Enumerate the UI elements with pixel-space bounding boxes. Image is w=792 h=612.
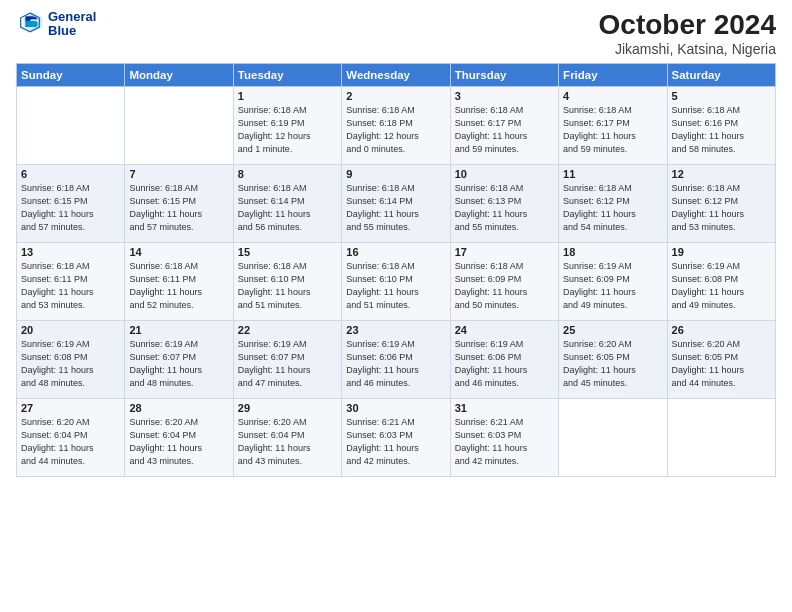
calendar-day-cell: 12Sunrise: 6:18 AM Sunset: 6:12 PM Dayli… xyxy=(667,164,775,242)
day-info: Sunrise: 6:19 AM Sunset: 6:06 PM Dayligh… xyxy=(455,338,554,390)
day-info: Sunrise: 6:21 AM Sunset: 6:03 PM Dayligh… xyxy=(346,416,445,468)
day-info: Sunrise: 6:20 AM Sunset: 6:04 PM Dayligh… xyxy=(238,416,337,468)
calendar-day-header: Tuesday xyxy=(233,63,341,86)
calendar-day-cell: 28Sunrise: 6:20 AM Sunset: 6:04 PM Dayli… xyxy=(125,398,233,476)
header: General Blue October 2024 Jikamshi, Kats… xyxy=(16,10,776,57)
calendar-day-cell: 13Sunrise: 6:18 AM Sunset: 6:11 PM Dayli… xyxy=(17,242,125,320)
calendar-day-cell: 30Sunrise: 6:21 AM Sunset: 6:03 PM Dayli… xyxy=(342,398,450,476)
day-number: 25 xyxy=(563,324,662,336)
day-number: 2 xyxy=(346,90,445,102)
calendar-day-header: Sunday xyxy=(17,63,125,86)
calendar-day-cell xyxy=(559,398,667,476)
day-number: 5 xyxy=(672,90,771,102)
day-number: 18 xyxy=(563,246,662,258)
day-info: Sunrise: 6:18 AM Sunset: 6:17 PM Dayligh… xyxy=(455,104,554,156)
day-info: Sunrise: 6:19 AM Sunset: 6:09 PM Dayligh… xyxy=(563,260,662,312)
day-number: 20 xyxy=(21,324,120,336)
page-title: October 2024 xyxy=(599,10,776,41)
day-number: 9 xyxy=(346,168,445,180)
day-number: 3 xyxy=(455,90,554,102)
calendar-day-cell xyxy=(667,398,775,476)
calendar-week-row: 13Sunrise: 6:18 AM Sunset: 6:11 PM Dayli… xyxy=(17,242,776,320)
day-info: Sunrise: 6:21 AM Sunset: 6:03 PM Dayligh… xyxy=(455,416,554,468)
calendar-day-cell: 2Sunrise: 6:18 AM Sunset: 6:18 PM Daylig… xyxy=(342,86,450,164)
title-block: October 2024 Jikamshi, Katsina, Nigeria xyxy=(599,10,776,57)
calendar-day-cell: 18Sunrise: 6:19 AM Sunset: 6:09 PM Dayli… xyxy=(559,242,667,320)
day-number: 24 xyxy=(455,324,554,336)
logo-icon xyxy=(16,10,44,38)
calendar-table: SundayMondayTuesdayWednesdayThursdayFrid… xyxy=(16,63,776,477)
day-info: Sunrise: 6:19 AM Sunset: 6:06 PM Dayligh… xyxy=(346,338,445,390)
calendar-day-cell: 27Sunrise: 6:20 AM Sunset: 6:04 PM Dayli… xyxy=(17,398,125,476)
calendar-day-cell: 26Sunrise: 6:20 AM Sunset: 6:05 PM Dayli… xyxy=(667,320,775,398)
day-number: 19 xyxy=(672,246,771,258)
day-number: 27 xyxy=(21,402,120,414)
day-info: Sunrise: 6:20 AM Sunset: 6:05 PM Dayligh… xyxy=(563,338,662,390)
calendar-day-cell: 11Sunrise: 6:18 AM Sunset: 6:12 PM Dayli… xyxy=(559,164,667,242)
day-info: Sunrise: 6:18 AM Sunset: 6:15 PM Dayligh… xyxy=(21,182,120,234)
calendar-day-cell: 21Sunrise: 6:19 AM Sunset: 6:07 PM Dayli… xyxy=(125,320,233,398)
day-info: Sunrise: 6:18 AM Sunset: 6:15 PM Dayligh… xyxy=(129,182,228,234)
day-number: 4 xyxy=(563,90,662,102)
calendar-day-cell: 15Sunrise: 6:18 AM Sunset: 6:10 PM Dayli… xyxy=(233,242,341,320)
calendar-week-row: 6Sunrise: 6:18 AM Sunset: 6:15 PM Daylig… xyxy=(17,164,776,242)
logo-text: General Blue xyxy=(48,10,96,39)
day-number: 6 xyxy=(21,168,120,180)
calendar-day-cell: 20Sunrise: 6:19 AM Sunset: 6:08 PM Dayli… xyxy=(17,320,125,398)
day-info: Sunrise: 6:18 AM Sunset: 6:10 PM Dayligh… xyxy=(238,260,337,312)
calendar-day-cell xyxy=(125,86,233,164)
day-number: 10 xyxy=(455,168,554,180)
day-number: 22 xyxy=(238,324,337,336)
day-number: 7 xyxy=(129,168,228,180)
calendar-day-cell: 23Sunrise: 6:19 AM Sunset: 6:06 PM Dayli… xyxy=(342,320,450,398)
day-info: Sunrise: 6:18 AM Sunset: 6:11 PM Dayligh… xyxy=(21,260,120,312)
day-number: 8 xyxy=(238,168,337,180)
day-number: 30 xyxy=(346,402,445,414)
calendar-day-cell: 24Sunrise: 6:19 AM Sunset: 6:06 PM Dayli… xyxy=(450,320,558,398)
calendar-header-row: SundayMondayTuesdayWednesdayThursdayFrid… xyxy=(17,63,776,86)
page-subtitle: Jikamshi, Katsina, Nigeria xyxy=(599,41,776,57)
day-info: Sunrise: 6:19 AM Sunset: 6:07 PM Dayligh… xyxy=(129,338,228,390)
calendar-day-cell: 31Sunrise: 6:21 AM Sunset: 6:03 PM Dayli… xyxy=(450,398,558,476)
day-info: Sunrise: 6:18 AM Sunset: 6:12 PM Dayligh… xyxy=(563,182,662,234)
day-info: Sunrise: 6:18 AM Sunset: 6:10 PM Dayligh… xyxy=(346,260,445,312)
calendar-day-cell: 5Sunrise: 6:18 AM Sunset: 6:16 PM Daylig… xyxy=(667,86,775,164)
page: General Blue October 2024 Jikamshi, Kats… xyxy=(0,0,792,612)
day-info: Sunrise: 6:19 AM Sunset: 6:07 PM Dayligh… xyxy=(238,338,337,390)
calendar-week-row: 1Sunrise: 6:18 AM Sunset: 6:19 PM Daylig… xyxy=(17,86,776,164)
calendar-day-cell: 8Sunrise: 6:18 AM Sunset: 6:14 PM Daylig… xyxy=(233,164,341,242)
calendar-day-cell: 3Sunrise: 6:18 AM Sunset: 6:17 PM Daylig… xyxy=(450,86,558,164)
day-number: 21 xyxy=(129,324,228,336)
calendar-day-cell xyxy=(17,86,125,164)
calendar-day-cell: 22Sunrise: 6:19 AM Sunset: 6:07 PM Dayli… xyxy=(233,320,341,398)
day-number: 26 xyxy=(672,324,771,336)
calendar-day-cell: 16Sunrise: 6:18 AM Sunset: 6:10 PM Dayli… xyxy=(342,242,450,320)
calendar-day-cell: 4Sunrise: 6:18 AM Sunset: 6:17 PM Daylig… xyxy=(559,86,667,164)
day-number: 12 xyxy=(672,168,771,180)
day-info: Sunrise: 6:18 AM Sunset: 6:16 PM Dayligh… xyxy=(672,104,771,156)
day-number: 28 xyxy=(129,402,228,414)
calendar-week-row: 20Sunrise: 6:19 AM Sunset: 6:08 PM Dayli… xyxy=(17,320,776,398)
day-number: 13 xyxy=(21,246,120,258)
calendar-day-header: Saturday xyxy=(667,63,775,86)
calendar-day-cell: 25Sunrise: 6:20 AM Sunset: 6:05 PM Dayli… xyxy=(559,320,667,398)
day-info: Sunrise: 6:18 AM Sunset: 6:14 PM Dayligh… xyxy=(238,182,337,234)
day-number: 16 xyxy=(346,246,445,258)
day-number: 1 xyxy=(238,90,337,102)
calendar-day-cell: 19Sunrise: 6:19 AM Sunset: 6:08 PM Dayli… xyxy=(667,242,775,320)
day-number: 23 xyxy=(346,324,445,336)
calendar-day-cell: 14Sunrise: 6:18 AM Sunset: 6:11 PM Dayli… xyxy=(125,242,233,320)
day-info: Sunrise: 6:18 AM Sunset: 6:12 PM Dayligh… xyxy=(672,182,771,234)
logo-line1: General xyxy=(48,10,96,24)
calendar-day-header: Friday xyxy=(559,63,667,86)
calendar-day-header: Monday xyxy=(125,63,233,86)
day-number: 31 xyxy=(455,402,554,414)
day-info: Sunrise: 6:20 AM Sunset: 6:05 PM Dayligh… xyxy=(672,338,771,390)
day-number: 11 xyxy=(563,168,662,180)
day-number: 15 xyxy=(238,246,337,258)
calendar-day-cell: 6Sunrise: 6:18 AM Sunset: 6:15 PM Daylig… xyxy=(17,164,125,242)
day-info: Sunrise: 6:18 AM Sunset: 6:19 PM Dayligh… xyxy=(238,104,337,156)
calendar-day-cell: 1Sunrise: 6:18 AM Sunset: 6:19 PM Daylig… xyxy=(233,86,341,164)
day-number: 17 xyxy=(455,246,554,258)
calendar-day-header: Wednesday xyxy=(342,63,450,86)
